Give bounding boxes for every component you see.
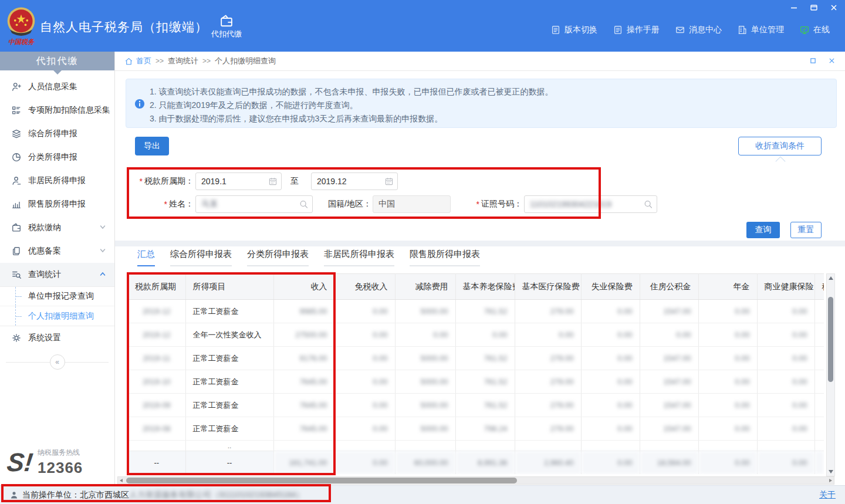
search-icon[interactable] bbox=[643, 199, 653, 209]
table-cell: 279.00 bbox=[515, 417, 581, 441]
sidebar-item-comprehensive-income[interactable]: 综合所得申报 bbox=[0, 122, 114, 146]
nationality-label: 国籍/地区： bbox=[322, 195, 371, 213]
period-start-input[interactable]: 2019.1 bbox=[195, 172, 282, 190]
scroll-left-arrow[interactable] bbox=[120, 479, 123, 482]
horizontal-scrollbar[interactable] bbox=[117, 476, 834, 485]
table-cell: 0.00 bbox=[698, 394, 757, 417]
collapse-query-button[interactable]: 收折查询条件 bbox=[738, 137, 822, 155]
table-cell bbox=[395, 441, 455, 451]
sidebar-item-system-settings[interactable]: 系统设置 bbox=[0, 326, 114, 350]
form-list-icon bbox=[11, 104, 22, 116]
table-cell bbox=[273, 441, 334, 451]
column-header: 年金 bbox=[698, 274, 757, 300]
hotline-label: 纳税服务热线 bbox=[38, 448, 83, 458]
scroll-up-arrow[interactable] bbox=[829, 276, 833, 280]
table-row: 2019-12正常工资薪金9985.000.005000.00761.52279… bbox=[128, 300, 824, 323]
period-end-input[interactable]: 2019.12 bbox=[311, 172, 398, 190]
table-cell: 0.00 bbox=[757, 370, 814, 394]
notice-line: 2. 只能查询2019年及之后的数据，不能进行跨年度查询。 bbox=[150, 99, 553, 112]
breadcrumb: 首页 >> 查询统计 >> 个人扣缴明细查询 bbox=[115, 52, 845, 71]
main-content: 首页 >> 查询统计 >> 个人扣缴明细查询 1. 该查询统计表仅能查询已申报成… bbox=[115, 52, 845, 485]
table-cell: 2,960.40 bbox=[515, 451, 581, 475]
pie-icon bbox=[11, 151, 22, 163]
tab-4[interactable]: 限售股所得申报表 bbox=[410, 249, 480, 266]
person-icon bbox=[11, 175, 22, 187]
app-tab-withholding[interactable]: 代扣代缴 bbox=[207, 8, 246, 47]
calendar-icon[interactable] bbox=[384, 177, 394, 186]
table-row: 2019-09正常工资薪金7645.000.005000.00761.52279… bbox=[128, 394, 824, 417]
table-cell bbox=[334, 441, 395, 451]
table-cell bbox=[515, 441, 581, 451]
online-icon bbox=[799, 25, 810, 35]
table-cell bbox=[814, 394, 824, 417]
table-row: .. bbox=[128, 441, 824, 451]
table-cell bbox=[640, 441, 698, 451]
column-header: 减除费用 bbox=[395, 274, 455, 300]
column-header: 免税收入 bbox=[334, 274, 395, 300]
mail-icon bbox=[675, 25, 685, 35]
notice-line: 1. 该查询统计表仅能查询已申报成功的数据，不包含未申报、申报失败，已申报但已作… bbox=[150, 85, 553, 99]
sidebar-subitem-unit-declare-record[interactable]: 单位申报记录查询 bbox=[0, 287, 114, 306]
building-icon bbox=[737, 25, 748, 35]
sidebar-item-classified-income[interactable]: 分类所得申报 bbox=[0, 146, 114, 169]
breadcrumb-home[interactable]: 首页 bbox=[136, 56, 151, 66]
sidebar-subitem-personal-withholding-detail[interactable]: 个人扣缴明细查询 bbox=[0, 306, 114, 326]
menu-online-status[interactable]: 在线 bbox=[799, 25, 830, 35]
table-cell: 0.00 bbox=[334, 347, 395, 370]
name-input[interactable]: 马某 bbox=[195, 195, 313, 213]
restore-icon[interactable] bbox=[810, 4, 818, 12]
vertical-scrollbar[interactable] bbox=[826, 273, 835, 476]
table-cell bbox=[814, 441, 824, 451]
table-row: 2019-10正常工资薪金7645.000.005000.00761.52279… bbox=[128, 370, 824, 394]
sidebar-item-tax-payment[interactable]: 税款缴纳 bbox=[0, 216, 114, 239]
menu-manual[interactable]: 操作手册 bbox=[613, 25, 660, 35]
column-header: 失业保险费 bbox=[581, 274, 640, 300]
sidebar-item-query-statistics[interactable]: 查询统计 bbox=[0, 263, 114, 286]
tab-0[interactable]: 汇总 bbox=[137, 249, 155, 266]
table-cell: 0.00 bbox=[334, 394, 395, 417]
sidebar-collapse-button[interactable]: « bbox=[50, 354, 65, 370]
calendar-icon[interactable] bbox=[268, 177, 278, 186]
table-cell bbox=[698, 441, 757, 451]
sidebar-item-special-deduction[interactable]: 专项附加扣除信息采集 bbox=[0, 99, 114, 122]
table-cell: 7645.00 bbox=[273, 417, 334, 441]
scroll-down-arrow[interactable] bbox=[829, 470, 833, 473]
table-body: 2019-12正常工资薪金9985.000.005000.00761.52279… bbox=[128, 300, 824, 475]
close-icon[interactable] bbox=[830, 4, 838, 12]
table-cell: 0.00 bbox=[515, 323, 581, 347]
tab-1[interactable]: 综合所得申报表 bbox=[170, 249, 232, 266]
vertical-scroll-thumb[interactable] bbox=[828, 297, 833, 382]
table-cell: 279.00 bbox=[515, 394, 581, 417]
svg-text:中国税务: 中国税务 bbox=[8, 38, 36, 45]
table-cell: 0.00 bbox=[334, 370, 395, 394]
export-button[interactable]: 导出 bbox=[135, 137, 169, 155]
reset-button[interactable]: 重置 bbox=[790, 222, 822, 238]
id-number-input[interactable]: 110102199304221019 bbox=[524, 195, 657, 213]
scroll-right-arrow[interactable] bbox=[829, 479, 832, 482]
horizontal-scroll-thumb[interactable] bbox=[126, 478, 517, 483]
panel-close-icon[interactable] bbox=[829, 57, 835, 64]
table-cell: -- bbox=[128, 451, 185, 475]
column-header: 基本医疗保险费 bbox=[515, 274, 581, 300]
sidebar-item-restricted-stock[interactable]: 限售股所得申报 bbox=[0, 192, 114, 216]
sidebar-item-nonresident-income[interactable]: 非居民所得申报 bbox=[0, 169, 114, 192]
menu-message-center[interactable]: 消息中心 bbox=[675, 25, 722, 35]
table-cell: 761.52 bbox=[455, 300, 515, 323]
table-row: ----161,741.000.0060,000.008,991.362,960… bbox=[128, 451, 824, 475]
query-button[interactable]: 查询 bbox=[746, 222, 780, 238]
about-link[interactable]: 关于 bbox=[819, 490, 836, 500]
hotline-logo: S! bbox=[6, 449, 35, 475]
table-cell: 18,564.00 bbox=[640, 451, 698, 475]
sidebar-item-personnel-info[interactable]: 人员信息采集 bbox=[0, 75, 114, 99]
panel-restore-icon[interactable] bbox=[810, 57, 816, 64]
tab-3[interactable]: 非居民所得申报表 bbox=[324, 249, 394, 266]
tab-2[interactable]: 分类所得申报表 bbox=[247, 249, 309, 266]
table-cell: 2019-08 bbox=[128, 417, 185, 441]
minimize-icon[interactable] bbox=[790, 4, 798, 12]
menu-unit-management[interactable]: 单位管理 bbox=[737, 25, 784, 35]
nationality-input: 中国 bbox=[373, 195, 451, 213]
menu-version-switch[interactable]: 版本切换 bbox=[550, 25, 597, 35]
sidebar-item-preferential-filing[interactable]: 优惠备案 bbox=[0, 239, 114, 263]
hotline-number: 12366 bbox=[38, 459, 83, 477]
search-icon[interactable] bbox=[299, 199, 309, 209]
